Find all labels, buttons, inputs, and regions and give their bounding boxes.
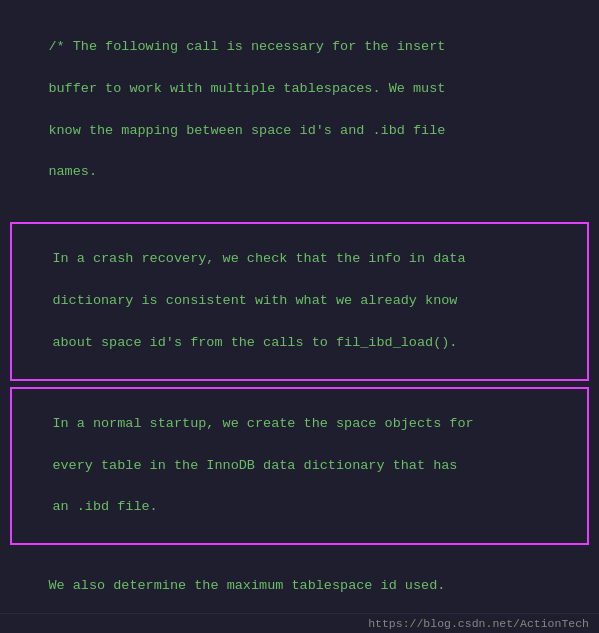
highlight-1-line-1: In a crash recovery, we check that the i… <box>52 251 465 266</box>
footer-bar: https://blog.csdn.net/ActionTech <box>0 613 599 633</box>
highlight-2-line-1: In a normal startup, we create the space… <box>52 416 473 431</box>
code-container: /* The following call is necessary for t… <box>0 0 599 633</box>
comment-text-3: know the mapping between space id's and … <box>48 123 445 138</box>
highlight-block-2: In a normal startup, we create the space… <box>10 387 589 545</box>
footer-url: https://blog.csdn.net/ActionTech <box>368 617 589 630</box>
highlight-1-line-3: about space id's from the calls to fil_i… <box>52 335 457 350</box>
comment-single-line: We also determine the maximum tablespace… <box>48 578 445 593</box>
comment-block-2: We also determine the maximum tablespace… <box>0 551 599 622</box>
highlight-1-line-2: dictionary is consistent with what we al… <box>52 293 457 308</box>
comment-text-2: buffer to work with multiple tablespaces… <box>48 81 445 96</box>
comment-text-1: /* The following call is necessary for t… <box>48 39 445 54</box>
highlight-2-line-3: an .ibd file. <box>52 499 157 514</box>
comment-block-1: /* The following call is necessary for t… <box>0 12 599 208</box>
comment-text-4: names. <box>48 164 97 179</box>
highlight-2-line-2: every table in the InnoDB data dictionar… <box>52 458 457 473</box>
highlight-block-1: In a crash recovery, we check that the i… <box>10 222 589 380</box>
